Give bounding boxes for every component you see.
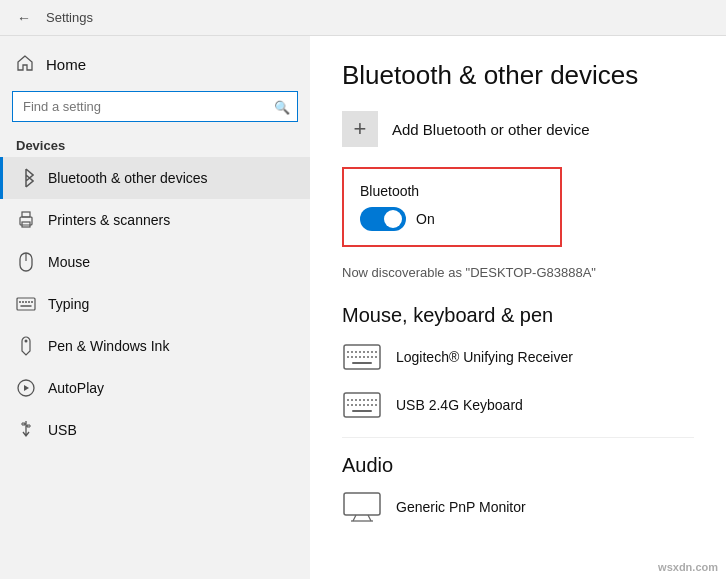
sidebar-section-title: Devices [0, 132, 310, 157]
svg-rect-52 [344, 493, 380, 515]
sidebar-item-pen[interactable]: Pen & Windows Ink [0, 325, 310, 367]
back-button[interactable]: ← [12, 6, 36, 30]
sidebar-item-typing[interactable]: Typing [0, 283, 310, 325]
content-area: Bluetooth & other devices + Add Bluetoot… [310, 36, 726, 579]
toggle-status-label: On [416, 211, 435, 227]
device-row-usb-keyboard[interactable]: USB 2.4G Keyboard [342, 389, 694, 421]
svg-rect-16 [344, 345, 380, 369]
divider [342, 437, 694, 438]
sidebar-item-mouse[interactable]: Mouse [0, 241, 310, 283]
sidebar-label-usb: USB [48, 422, 77, 438]
sidebar-item-printers[interactable]: Printers & scanners [0, 199, 310, 241]
main-layout: Home 🔍 Devices Bluetooth & other devices [0, 36, 726, 579]
home-icon [16, 54, 34, 75]
sidebar-label-mouse: Mouse [48, 254, 90, 270]
sidebar-label-typing: Typing [48, 296, 89, 312]
titlebar: ← Settings [0, 0, 726, 36]
sidebar-label-autoplay: AutoPlay [48, 380, 104, 396]
sidebar-item-autoplay[interactable]: AutoPlay [0, 367, 310, 409]
device-name-usb-keyboard: USB 2.4G Keyboard [396, 397, 523, 413]
section-audio: Audio [342, 454, 694, 477]
usb-icon [16, 420, 36, 440]
device-name-logitech: Logitech® Unifying Receiver [396, 349, 573, 365]
home-label: Home [46, 56, 86, 73]
mouse-icon [16, 252, 36, 272]
svg-line-54 [368, 515, 371, 521]
section-mouse-keyboard: Mouse, keyboard & pen [342, 304, 694, 327]
keyboard-icon-logitech [342, 341, 382, 373]
search-icon: 🔍 [274, 99, 290, 114]
device-name-monitor: Generic PnP Monitor [396, 499, 526, 515]
printer-icon [16, 210, 36, 230]
device-row-monitor[interactable]: Generic PnP Monitor [342, 491, 694, 523]
svg-rect-34 [344, 393, 380, 417]
pen-icon [16, 336, 36, 356]
bluetooth-label: Bluetooth [360, 183, 544, 199]
svg-point-12 [25, 340, 28, 343]
sidebar-label-printers: Printers & scanners [48, 212, 170, 228]
svg-rect-5 [17, 298, 35, 310]
add-device-button[interactable]: + [342, 111, 378, 147]
watermark: wsxdn.com [658, 561, 718, 573]
sidebar-item-bluetooth[interactable]: Bluetooth & other devices [0, 157, 310, 199]
toggle-knob [384, 210, 402, 228]
search-box: 🔍 [12, 91, 298, 122]
typing-icon [16, 294, 36, 314]
add-device-row[interactable]: + Add Bluetooth or other device [342, 111, 694, 147]
bluetooth-icon [16, 168, 36, 188]
add-device-label: Add Bluetooth or other device [392, 121, 590, 138]
sidebar-label-bluetooth: Bluetooth & other devices [48, 170, 208, 186]
svg-line-53 [353, 515, 356, 521]
sidebar-item-home[interactable]: Home [0, 44, 310, 85]
page-title: Bluetooth & other devices [342, 60, 694, 91]
keyboard-icon-usb [342, 389, 382, 421]
svg-rect-1 [22, 212, 30, 217]
sidebar-item-usb[interactable]: USB [0, 409, 310, 451]
sidebar: Home 🔍 Devices Bluetooth & other devices [0, 36, 310, 579]
sidebar-label-pen: Pen & Windows Ink [48, 338, 169, 354]
bluetooth-toggle[interactable] [360, 207, 406, 231]
autoplay-icon [16, 378, 36, 398]
device-row-logitech[interactable]: Logitech® Unifying Receiver [342, 341, 694, 373]
monitor-icon [342, 491, 382, 523]
toggle-row: On [360, 207, 544, 231]
bluetooth-box: Bluetooth On [342, 167, 562, 247]
search-input[interactable] [12, 91, 298, 122]
titlebar-title: Settings [46, 10, 93, 25]
discoverable-text: Now discoverable as "DESKTOP-G83888A" [342, 265, 694, 280]
